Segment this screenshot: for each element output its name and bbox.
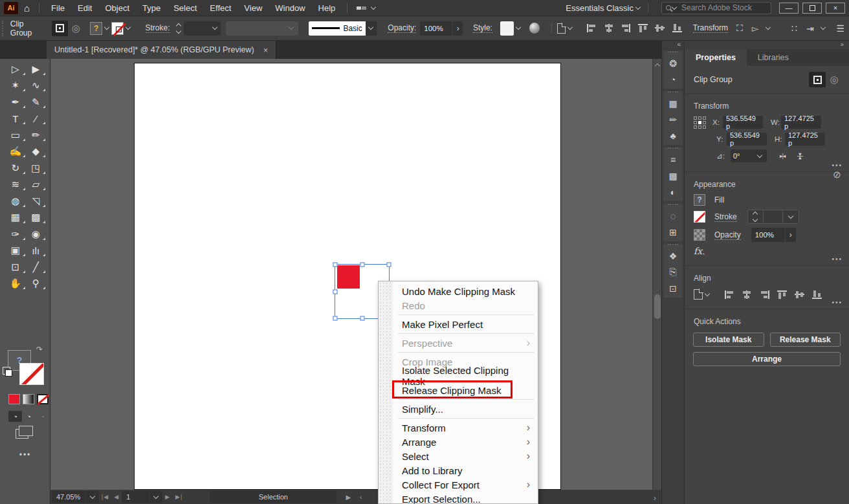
menu-edit[interactable]: Edit [71,0,98,16]
select-contents-button[interactable]: ◎ [826,72,843,87]
dock-grip[interactable] [668,91,678,94]
status-display[interactable]: Selection [210,491,336,503]
recolor-artwork-icon[interactable] [529,23,540,34]
swap-fill-stroke-icon[interactable]: ↷ [36,345,43,354]
chevron-down-icon[interactable] [820,25,825,30]
gradient-panel-icon[interactable]: ▩ [663,168,683,184]
artboards-panel-icon[interactable]: ⎘ [663,264,683,280]
menu-file[interactable]: File [45,0,71,16]
arrange-button[interactable]: Arrange [693,352,841,366]
expand-icon[interactable]: ⛶ [736,23,743,34]
home-icon[interactable]: ⌂ [24,3,30,14]
curvature-tool[interactable]: ✎ [26,94,47,111]
menu-help[interactable]: Help [312,0,342,16]
stroke-panel-icon[interactable]: ≡ [663,151,683,168]
tab-properties[interactable]: Properties [685,49,747,66]
menu-item-add-to-library[interactable]: Add to Library [379,463,538,477]
chevron-down-icon[interactable] [705,290,710,296]
menu-view[interactable]: View [237,0,269,16]
flip-vertical-icon[interactable]: ▸|◂ [798,153,804,159]
lasso-tool[interactable]: ∿ [26,78,47,94]
stroke-weight-control[interactable] [747,210,799,224]
style-dropdown[interactable] [514,22,523,35]
menu-item-collect-for-export[interactable]: Collect For Export› [379,477,538,492]
type-tool[interactable]: T [5,111,26,127]
edit-toolbar-icon[interactable]: ••• [0,450,50,459]
asset-export-icon[interactable]: ⊡ [663,280,683,296]
rectangle-tool[interactable]: ▭ [5,127,26,144]
selection-tool[interactable]: ▷ [5,61,26,78]
menu-type[interactable]: Type [136,0,167,16]
vertical-scroll-thumb[interactable] [654,294,661,319]
arrange-documents-icon[interactable] [357,6,366,10]
panel-grip[interactable] [2,21,5,36]
document-tab[interactable]: Untitled-1 [Recovered]* @ 47.05% (RGB/GP… [47,41,276,59]
default-fill-stroke-icon[interactable] [3,367,10,375]
flip-horizontal-icon[interactable]: ▸|◂ [780,153,785,159]
opacity-expand-button[interactable]: › [453,21,463,36]
align-top-icon[interactable] [638,24,647,32]
release-mask-button[interactable]: Release Mask [770,333,841,347]
graphic-styles-icon[interactable]: ⊞ [663,224,683,240]
menu-item-simplify[interactable]: Simplify... [379,402,538,416]
symbol-sprayer-tool[interactable]: ▣ [5,243,26,259]
align-top-icon[interactable] [777,290,787,299]
brush-definition-select[interactable]: Basic [309,21,366,36]
opacity-swatch[interactable] [694,229,705,241]
collapse-panels-icon[interactable]: » [685,41,849,49]
stroke-indicator[interactable] [19,363,44,385]
isolate-mask-button[interactable]: Isolate Mask [693,333,764,347]
color-panel-icon[interactable]: ❂ [663,55,683,71]
hand-tool[interactable]: ✋ [5,276,26,292]
opacity-label[interactable]: Opacity [714,230,741,240]
dock-grip[interactable] [668,204,678,207]
minimize-button[interactable]: — [779,3,799,14]
dock-grip[interactable] [668,244,678,247]
selection-handle[interactable] [333,316,338,321]
first-artboard-button[interactable]: |◀ [102,494,109,500]
layers-panel-icon[interactable]: ❖ [663,248,683,264]
free-transform-tool[interactable]: ▱ [26,177,47,193]
gradient-tool[interactable]: ▩ [26,210,47,226]
select-object-button[interactable] [52,21,68,36]
scroll-right-icon[interactable]: › [654,494,656,503]
rotation-angle-select[interactable]: 0° [731,149,767,162]
y-field[interactable]: 536.5549 p [727,133,767,146]
align-left-icon[interactable] [725,290,734,299]
direct-selection-tool[interactable]: ▶ [26,61,47,78]
color-guide-icon[interactable]: ◔ [663,71,683,87]
eyedropper-tool[interactable]: ✑ [5,226,26,243]
stroke-weight-dropdown[interactable] [783,210,799,223]
select-object-button[interactable] [809,72,826,87]
next-artboard-button[interactable]: ▶ [165,494,170,500]
mesh-tool[interactable]: ▦ [5,210,26,226]
arrange-icon[interactable]: ⇥ [806,23,814,34]
slice-tool[interactable]: ╱ [26,259,47,276]
stroke-weight-label[interactable]: Stroke: [146,23,170,33]
more-options-icon[interactable]: ••• [832,162,843,169]
dock-grip[interactable] [668,148,678,151]
line-segment-tool[interactable]: ∕ [26,111,47,127]
more-options-icon[interactable]: ••• [832,256,843,263]
last-artboard-button[interactable]: ▶| [175,494,182,500]
opacity-label[interactable]: Opacity: [388,23,416,33]
menu-select[interactable]: Select [167,0,203,16]
draw-behind-button[interactable]: ◔ [22,411,36,422]
draw-normal-button[interactable]: ◔ [8,411,22,422]
pen-tool[interactable]: ✒ [5,94,26,111]
appearance-panel-icon[interactable]: ◌ [663,208,683,224]
chevron-down-icon[interactable] [568,25,573,30]
shape-builder-tool[interactable]: ◍ [5,193,26,210]
paintbrush-tool[interactable]: ✏ [26,127,47,144]
zoom-level-field[interactable]: 47.05% [52,491,85,503]
stroke-weight-select[interactable] [184,21,221,36]
rotate-tool[interactable]: ↻ [5,160,26,177]
gradient-button[interactable] [23,394,34,404]
panel-menu-icon[interactable]: ☰ [836,23,844,34]
opacity-field[interactable]: 100% [751,228,785,242]
zoom-tool[interactable]: ⚲ [26,276,47,292]
transparency-panel-icon[interactable]: ◐ [663,184,683,200]
align-bottom-icon[interactable] [812,290,822,299]
align-middle-icon[interactable] [795,290,804,299]
search-adobe-stock-input[interactable]: Search Adobe Stock [661,2,771,14]
